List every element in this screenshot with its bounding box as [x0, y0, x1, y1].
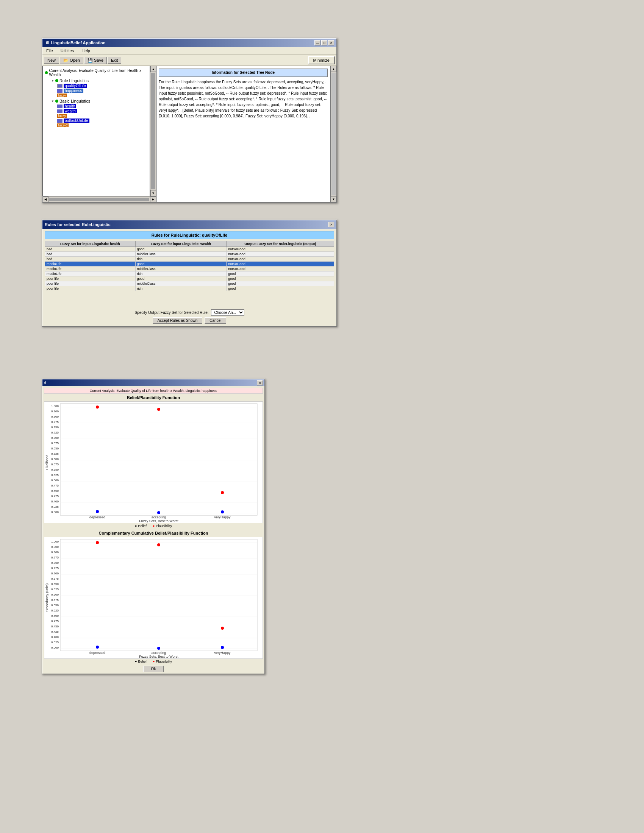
close-title-btn[interactable]: ✕: [328, 40, 334, 45]
menu-bar: File Utilities Help: [42, 47, 336, 55]
plausibility-depressed-dot: [96, 405, 99, 408]
rules-title: Rules for selected RuleLinguistic: [45, 222, 111, 227]
chart2-title: Complementary Cumulative Belief/Plausibi…: [44, 531, 263, 536]
current-analysis-row: Current Analysis: Evaluate Quality of Li…: [44, 68, 148, 77]
svg-text:0.625: 0.625: [51, 452, 59, 455]
rules-header: Rules for RuleLinguistic: qualityOfLife: [45, 231, 334, 239]
wealth-item[interactable]: wealth: [56, 109, 148, 114]
svg-text:0.500: 0.500: [51, 614, 59, 618]
minimize-title-btn[interactable]: —: [314, 40, 320, 45]
info-panel[interactable]: Information for Selected Tree Node For t…: [156, 66, 330, 202]
hscroll-left[interactable]: ◀: [42, 196, 48, 203]
green-dot-rule: [55, 79, 58, 82]
menu-help[interactable]: Help: [79, 48, 92, 54]
maximize-title-btn[interactable]: □: [321, 40, 327, 45]
rule-linguistics-row[interactable]: ▼ Rule Linguistics: [50, 78, 148, 83]
svg-text:0.575: 0.575: [51, 598, 59, 601]
table-row[interactable]: poor lifemiddleClassgood: [45, 281, 334, 286]
hscroll-right[interactable]: ▶: [150, 196, 156, 203]
quality-of-life-label: qualityOfLife: [64, 84, 87, 88]
belief-accepting-dot: [157, 511, 160, 514]
table-row[interactable]: badmiddleClassnotSoGood: [45, 252, 334, 257]
open-button[interactable]: 📂 Open: [60, 57, 83, 64]
table-row[interactable]: poor lifegoodgood: [45, 277, 334, 281]
specify-row: Specify Output Fuzzy Set for Selected Ru…: [45, 309, 334, 316]
tree-panel-container: Current Analysis: Evaluate Quality of Li…: [42, 66, 156, 202]
health-item[interactable]: health: [56, 104, 148, 109]
minimize-button[interactable]: Minimize: [308, 56, 335, 64]
tree-hscrollbar[interactable]: ◀ ▶: [42, 196, 156, 202]
fuzzy-basic-item[interactable]: fuzzy: [56, 114, 148, 118]
menu-file[interactable]: File: [44, 48, 55, 54]
fuzzy-basic-label: fuzzy: [57, 114, 67, 118]
new-button[interactable]: New: [44, 57, 59, 64]
folder-happiness-icon: [57, 89, 63, 93]
scroll-up-arrow[interactable]: ▲: [150, 66, 156, 72]
basic-linguistics-item[interactable]: ▼ Basic Linguistics health: [50, 98, 148, 128]
svg-text:0.450: 0.450: [51, 625, 59, 628]
info-scroll-thumb[interactable]: [332, 73, 336, 195]
table-cell-health: medioLife: [45, 262, 135, 267]
table-cell-wealth: middleClass: [135, 281, 227, 286]
tree-panel[interactable]: Current Analysis: Evaluate Quality of Li…: [42, 66, 150, 196]
rules-close-btn[interactable]: ✕: [328, 222, 334, 227]
tree-panel-with-scroll: Current Analysis: Evaluate Quality of Li…: [42, 66, 156, 196]
table-row[interactable]: medioLiferichgood: [45, 272, 334, 277]
table-cell-output: notSoGood: [227, 252, 334, 257]
menu-utilities[interactable]: Utilities: [58, 48, 76, 54]
specify-dropdown[interactable]: Choose An...: [211, 309, 244, 316]
chart-close-btn[interactable]: ✕: [257, 380, 263, 386]
info-panel-header: Information for Selected Tree Node: [159, 69, 328, 77]
info-scroll-up[interactable]: ▲: [331, 66, 336, 72]
svg-text:0.525: 0.525: [51, 609, 59, 612]
save-button[interactable]: 💾 Save: [84, 57, 107, 64]
hscroll-thumb[interactable]: [49, 198, 149, 201]
svg-text:0.550: 0.550: [51, 468, 59, 471]
info-scrollbar-v[interactable]: ▲ ▼: [330, 66, 336, 202]
table-row[interactable]: medioLifegoodnotSoGood: [45, 262, 334, 267]
table-row[interactable]: medioLifemiddleClassnotSoGood: [45, 267, 334, 272]
happiness-item[interactable]: happiness: [56, 88, 148, 93]
exit-button[interactable]: Exit: [108, 57, 121, 64]
svg-text:0.700: 0.700: [51, 436, 59, 440]
table-row[interactable]: badrichnotSoGood: [45, 257, 334, 262]
svg-rect-56: [60, 539, 257, 651]
folder-health-icon: [57, 105, 63, 108]
svg-text:0.500: 0.500: [51, 479, 59, 482]
tree-scrollbar-v[interactable]: ▲ ▼: [150, 66, 156, 196]
table-cell-health: poor life: [45, 286, 135, 291]
rules-title-bar: Rules for selected RuleLinguistic ✕: [42, 220, 336, 229]
svg-text:0.600: 0.600: [51, 593, 59, 597]
ok-btn[interactable]: Ok: [143, 666, 164, 672]
svg-text:0.475: 0.475: [51, 619, 59, 623]
table-cell-wealth: middleClass: [135, 252, 227, 257]
table-cell-health: medioLife: [45, 267, 135, 272]
table-cell-health: bad: [45, 247, 135, 252]
scroll-thumb[interactable]: [151, 73, 155, 189]
c2-legend-plausibility: ● Plausibility: [153, 659, 172, 663]
outlook-item[interactable]: outlookOnLife: [56, 118, 148, 123]
rule-linguistics-item[interactable]: ▼ Rule Linguistics qualityOfLife: [50, 78, 148, 98]
outlook-label: outlookOnLife: [64, 119, 89, 123]
accept-rules-btn[interactable]: Accept Rules as Shown: [153, 317, 203, 324]
col-health-header: Fuzzy Set for input Linguistic: health: [45, 241, 135, 247]
legend-belief: ● Belief: [135, 524, 147, 528]
svg-text:0.650: 0.650: [51, 582, 59, 586]
table-row[interactable]: poor liferichgood: [45, 286, 334, 291]
info-scroll-down[interactable]: ▼: [331, 196, 336, 202]
basic-linguistics-row[interactable]: ▼ Basic Linguistics: [50, 98, 148, 104]
folder-icon: 📂: [63, 58, 69, 63]
svg-text:depressed: depressed: [89, 651, 105, 654]
c2-plaus-depressed: [96, 541, 99, 544]
quality-of-life-item[interactable]: qualityOfLife: [56, 83, 148, 88]
cancel-btn[interactable]: Cancel: [204, 317, 226, 324]
scroll-down-arrow[interactable]: ▼: [150, 190, 156, 196]
arrow-basic: ▼: [51, 100, 54, 103]
legend-plausibility-label: Plausibility: [156, 524, 172, 528]
folder-outlook-icon: [57, 119, 63, 123]
fuzzy2-item[interactable]: fuzzy2: [56, 123, 148, 128]
svg-text:0.400: 0.400: [51, 500, 59, 503]
table-row[interactable]: badgoodnotSoGood: [45, 247, 334, 252]
rules-content: Rules for RuleLinguistic: qualityOfLife …: [42, 229, 336, 326]
fuzzy-rule-item[interactable]: fuzzy: [56, 93, 148, 98]
